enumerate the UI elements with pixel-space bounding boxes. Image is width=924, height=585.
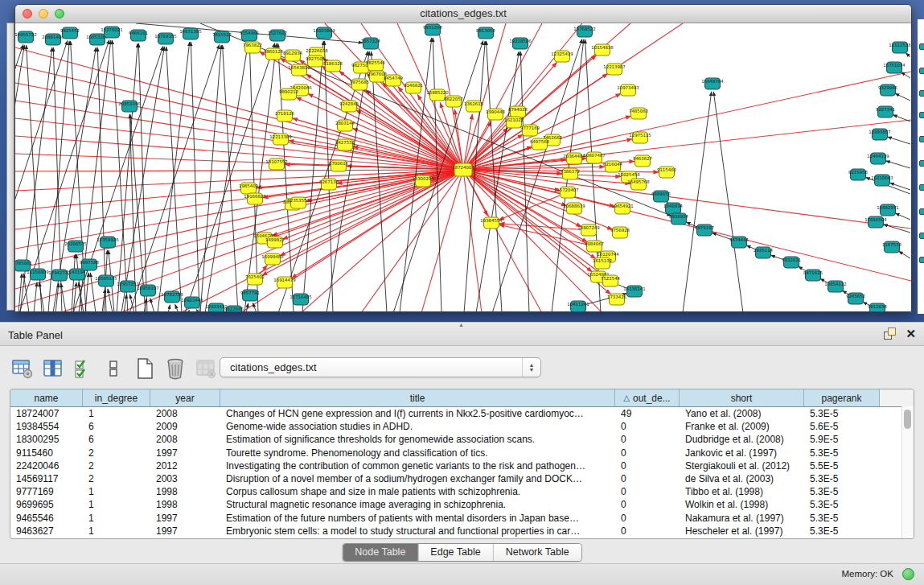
cell-title[interactable]: Genome-wide association studies in ADHD. (220, 421, 615, 432)
cell-in_degree[interactable]: 6 (83, 421, 150, 432)
cell-in_degree[interactable]: 1 (83, 408, 150, 419)
cell-name[interactable]: 9777169 (10, 486, 83, 497)
cell-short[interactable]: Nakamura et al. (1997) (680, 513, 804, 524)
cell-year[interactable]: 2008 (150, 408, 220, 419)
cell-in_degree[interactable]: 1 (83, 525, 150, 537)
table-row[interactable]: 1830029562008Estimation of significance … (10, 433, 914, 446)
table-row[interactable]: 911546021997Tourette syndrome. Phenomeno… (10, 447, 914, 459)
cell-out_de[interactable]: 0 (615, 499, 680, 510)
cell-title[interactable]: Changes of HCN gene expression and I(f) … (220, 408, 615, 419)
table-row[interactable]: 946554611997Estimation of the future num… (10, 512, 914, 525)
table-settings-button[interactable] (10, 356, 35, 381)
cell-out_de[interactable]: 0 (615, 447, 680, 459)
cell-name[interactable]: 19384554 (10, 421, 83, 432)
cell-in_degree[interactable]: 1 (83, 499, 150, 510)
column-header-short[interactable]: short (680, 389, 804, 406)
vertical-scrollbar[interactable] (901, 406, 914, 538)
cell-out_de[interactable]: 0 (615, 460, 680, 472)
cell-pagerank[interactable]: 5.3E-5 (804, 473, 880, 484)
network-view-window[interactable]: citations_edges.txt 14055722208914069915… (14, 4, 912, 312)
cell-title[interactable]: Estimation of the future numbers of pati… (220, 513, 615, 524)
cell-out_de[interactable]: 49 (615, 408, 680, 419)
cell-title[interactable]: Estimation of significance thresholds fo… (220, 434, 615, 445)
cell-name[interactable]: 9699695 (10, 499, 83, 510)
column-header-year[interactable]: year (150, 389, 220, 406)
cell-name[interactable]: 22420046 (10, 460, 83, 472)
close-panel-icon[interactable]: ✕ (906, 328, 916, 340)
tab-node-table[interactable]: Node Table (343, 544, 417, 561)
cell-out_de[interactable]: 0 (615, 473, 680, 484)
cell-pagerank[interactable]: 5.3E-5 (804, 486, 880, 497)
cell-title[interactable]: Corpus callosum shape and size in male p… (220, 486, 615, 497)
cell-year[interactable]: 1997 (150, 525, 220, 537)
cell-out_de[interactable]: 0 (615, 525, 680, 537)
delete-table-button-disabled[interactable] (193, 356, 219, 381)
cell-out_de[interactable]: 0 (615, 434, 680, 445)
delete-button[interactable] (162, 356, 188, 381)
cell-in_degree[interactable]: 1 (83, 486, 150, 497)
cell-title[interactable]: Investigating the contribution of common… (220, 460, 615, 472)
column-header-in_degree[interactable]: in_degree (83, 389, 150, 406)
column-header-out_de[interactable]: △out_de... (615, 389, 680, 406)
column-header-pagerank[interactable]: pagerank (804, 389, 880, 406)
cell-pagerank[interactable]: 5.6E-5 (804, 421, 880, 432)
table-selector-dropdown[interactable]: citations_edges.txt ▲▼ (220, 357, 541, 377)
network-graph[interactable]: 1405572220891406991545210653287152760216… (15, 23, 911, 312)
cell-year[interactable]: 1998 (150, 499, 220, 510)
cell-title[interactable]: Disruption of a novel member of a sodium… (220, 473, 615, 484)
cell-year[interactable]: 1997 (150, 447, 220, 459)
cell-out_de[interactable]: 0 (615, 486, 680, 497)
cell-name[interactable]: 18724007 (10, 408, 83, 419)
cell-out_de[interactable]: 0 (615, 421, 680, 432)
table-row[interactable]: 1938455462009Genome-wide association stu… (10, 420, 914, 433)
cell-in_degree[interactable]: 2 (83, 460, 150, 472)
column-header-title[interactable]: title (220, 389, 615, 406)
scrollbar-thumb[interactable] (904, 410, 911, 429)
network-canvas[interactable]: 1405572220891406991545210653287152760216… (15, 23, 911, 312)
column-chooser-button[interactable] (40, 356, 66, 381)
cell-in_degree[interactable]: 2 (83, 447, 150, 459)
cell-year[interactable]: 2012 (150, 460, 220, 472)
tab-edge-table[interactable]: Edge Table (417, 544, 492, 561)
panel-resize-grip[interactable]: ▲ (458, 322, 464, 328)
select-all-button[interactable] (71, 356, 97, 381)
cell-title[interactable]: Embryonic stem cells: a model to study s… (220, 525, 615, 537)
float-window-icon[interactable] (884, 328, 896, 340)
cell-title[interactable]: Tourette syndrome. Phenomenology and cla… (220, 447, 615, 459)
cell-pagerank[interactable]: 5.3E-5 (804, 408, 880, 419)
cell-year[interactable]: 1998 (150, 486, 220, 497)
cell-name[interactable]: 9115460 (10, 447, 83, 459)
cell-short[interactable]: Hescheler et al. (1997) (680, 525, 804, 537)
tab-network-table[interactable]: Network Table (493, 544, 581, 561)
table-row[interactable]: 977716911998Corpus callosum shape and si… (10, 485, 914, 498)
table-row[interactable]: 946362711997Embryonic stem cells: a mode… (10, 525, 914, 538)
memory-status-indicator[interactable] (902, 568, 914, 580)
cell-name[interactable]: 14569117 (10, 473, 83, 484)
table-row[interactable]: 1456911722003Disruption of a novel membe… (10, 472, 914, 485)
cell-short[interactable]: Franke et al. (2009) (680, 421, 804, 432)
cell-short[interactable]: Dudbridge et al. (2008) (680, 434, 804, 445)
table-row[interactable]: 2242004622012Investigating the contribut… (10, 459, 914, 472)
cell-short[interactable]: Jankovic et al. (1997) (680, 447, 804, 459)
cell-pagerank[interactable]: 5.9E-5 (804, 434, 880, 445)
table-row[interactable]: 969969511998Structural magnetic resonanc… (10, 498, 914, 511)
window-titlebar[interactable]: citations_edges.txt (15, 5, 911, 23)
cell-pagerank[interactable]: 5.3E-5 (804, 499, 880, 510)
cell-short[interactable]: de Silva et al. (2003) (680, 473, 804, 484)
column-header-name[interactable]: name (10, 389, 83, 406)
cell-out_de[interactable]: 0 (615, 513, 680, 524)
cell-pagerank[interactable]: 5.5E-5 (804, 460, 880, 472)
cell-year[interactable]: 1997 (150, 513, 220, 524)
new-table-button[interactable] (132, 356, 158, 381)
cell-year[interactable]: 2009 (150, 421, 220, 432)
node-table[interactable]: namein_degreeyeartitle△out_de...shortpag… (10, 389, 914, 539)
cell-pagerank[interactable]: 5.3E-5 (804, 447, 880, 459)
cell-title[interactable]: Structural magnetic resonance image aver… (220, 499, 615, 510)
cell-in_degree[interactable]: 1 (83, 513, 150, 524)
cell-in_degree[interactable]: 2 (83, 473, 150, 484)
cell-name[interactable]: 18300295 (10, 434, 83, 445)
cell-short[interactable]: Tibbo et al. (1998) (680, 486, 804, 497)
cell-year[interactable]: 2008 (150, 434, 220, 445)
cell-year[interactable]: 2003 (150, 473, 220, 484)
table-row[interactable]: 1872400712008Changes of HCN gene express… (10, 407, 914, 420)
